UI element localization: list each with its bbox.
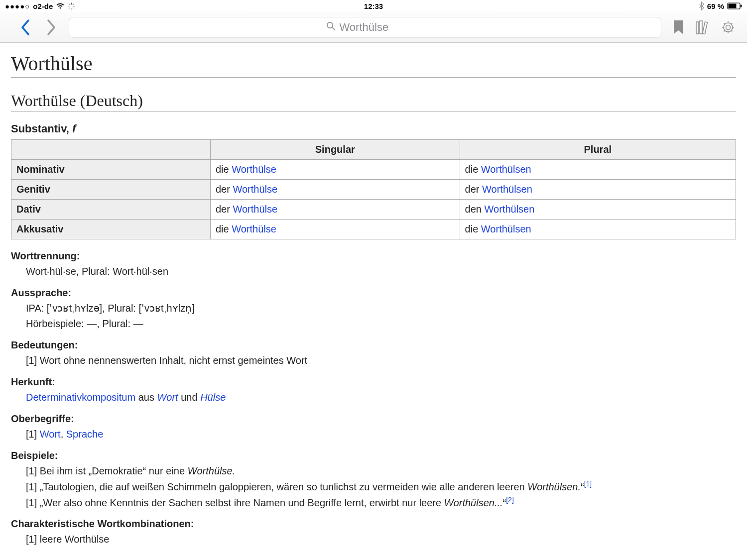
svg-rect-10 [741, 5, 742, 7]
svg-point-17 [724, 23, 733, 32]
svg-rect-9 [729, 4, 737, 8]
search-icon [326, 21, 336, 34]
link-worthuelsen[interactable]: Worthülsen [481, 164, 531, 175]
search-input[interactable] [340, 21, 404, 34]
table-row: Dativ der Worthülse den Worthülsen [11, 200, 736, 220]
status-bar: ●●●●○ o2-de 12:33 69 % [0, 0, 747, 12]
link-sprache[interactable]: Sprache [66, 429, 104, 440]
section-bedeutungen: Bedeutungen: [1] Wort ohne nennenswerten… [11, 339, 736, 368]
section-wortkombinationen: Charakteristische Wortkombinationen: [1]… [11, 518, 736, 547]
svg-point-16 [726, 25, 731, 29]
link-worthuelse[interactable]: Worthülse [232, 224, 276, 234]
col-plural: Plural [460, 140, 736, 160]
link-wort[interactable]: Wort [157, 392, 178, 403]
link-worthuelse[interactable]: Worthülse [232, 164, 276, 175]
link-worthuelsen[interactable]: Worthülsen [482, 184, 532, 195]
page-title: Worthülse [11, 52, 736, 78]
section-aussprache: Aussprache: IPA: [ˈvɔʁtˌhʏlzə], Plural: … [11, 287, 736, 332]
col-singular: Singular [211, 140, 460, 160]
article-content: Worthülse Worthülse (Deutsch) Substantiv… [0, 43, 747, 560]
link-worthuelse[interactable]: Worthülse [233, 204, 277, 215]
carrier-label: o2-de [33, 2, 53, 10]
footnote-ref[interactable]: [1] [584, 480, 592, 488]
bookmark-icon[interactable] [670, 19, 686, 35]
svg-line-6 [69, 7, 70, 8]
svg-line-5 [73, 7, 74, 8]
forward-button[interactable] [43, 17, 60, 37]
table-row: Genitiv der Worthülse der Worthülsen [11, 180, 736, 200]
toolbar [0, 12, 747, 43]
section-oberbegriffe: Oberbegriffe: [1] Wort, Sprache [11, 413, 736, 442]
clock: 12:33 [364, 2, 383, 10]
svg-line-7 [73, 3, 74, 4]
table-row: Nominativ die Worthülse die Worthülsen [11, 160, 736, 180]
link-determinativkompositum[interactable]: Determinativkompositum [26, 392, 135, 403]
part-of-speech: Substantiv, f [11, 122, 736, 135]
link-worthuelsen[interactable]: Worthülsen [485, 204, 535, 215]
svg-rect-14 [700, 21, 702, 34]
table-row: Akkusativ die Worthülse die Worthülsen [11, 220, 736, 239]
bluetooth-icon [699, 1, 704, 10]
svg-line-12 [332, 27, 335, 30]
back-button[interactable] [17, 17, 34, 37]
battery-icon [727, 2, 742, 9]
svg-rect-13 [696, 22, 699, 34]
wifi-icon [56, 2, 65, 9]
declension-table: Singular Plural Nominativ die Worthülse … [11, 139, 736, 239]
link-huelse[interactable]: Hülse [200, 392, 226, 403]
svg-point-11 [327, 22, 332, 27]
section-herkunft: Herkunft: Determinativkompositum aus Wor… [11, 376, 736, 405]
svg-line-4 [69, 3, 70, 4]
loading-spinner-icon [68, 2, 75, 10]
section-beispiele: Beispiele: [1] Bei ihm ist „Demokratie“ … [11, 450, 736, 510]
gear-icon[interactable] [720, 19, 736, 35]
link-worthuelsen[interactable]: Worthülsen [481, 224, 531, 234]
language-heading: Worthülse (Deutsch) [11, 92, 736, 112]
link-worthuelse[interactable]: Worthülse [233, 184, 277, 195]
search-field[interactable] [69, 17, 661, 38]
footnote-ref[interactable]: [2] [506, 496, 514, 504]
section-worttrennung: Worttrennung: Wort·hül·se, Plural: Wort·… [11, 250, 736, 279]
battery-percentage: 69 % [707, 2, 724, 10]
library-icon[interactable] [695, 19, 711, 35]
link-wort[interactable]: Wort [40, 429, 61, 440]
signal-dots-icon: ●●●●○ [5, 2, 30, 10]
svg-rect-15 [703, 21, 708, 34]
